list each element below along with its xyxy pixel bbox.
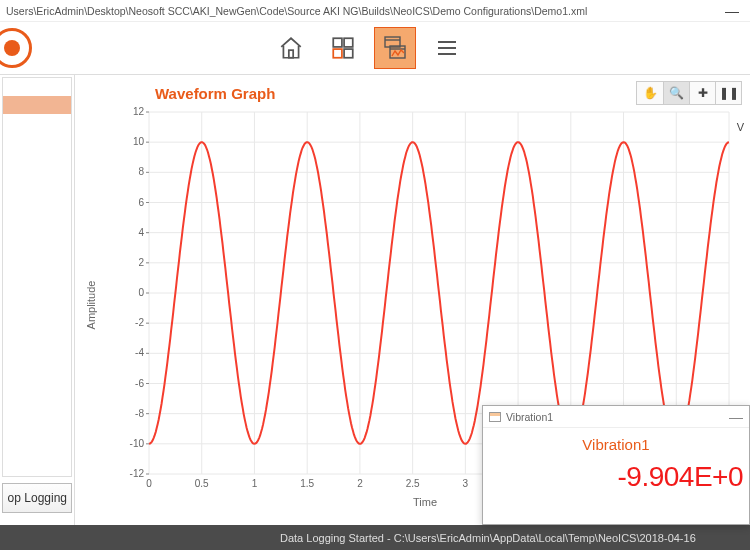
crosshair-tool-button[interactable]: ✚	[689, 82, 715, 104]
y-axis-label: Amplitude	[85, 281, 97, 330]
svg-rect-1	[333, 38, 342, 47]
main-toolbar	[0, 22, 750, 75]
status-text: Data Logging Started - C:\Users\EricAdmi…	[280, 532, 696, 544]
popup-title-text: Vibration1	[506, 411, 553, 423]
svg-text:3: 3	[463, 478, 469, 489]
popup-channel-label: Vibration1	[483, 436, 749, 453]
svg-text:-4: -4	[135, 347, 144, 358]
magnifier-icon: 🔍	[669, 86, 684, 100]
pause-tool-button[interactable]: ❚❚	[715, 82, 741, 104]
svg-text:0: 0	[138, 287, 144, 298]
chart-windows-icon	[381, 34, 409, 62]
window-title: Users\EricAdmin\Desktop\Neosoft SCC\AKI_…	[6, 5, 714, 17]
window-titlebar: Users\EricAdmin\Desktop\Neosoft SCC\AKI_…	[0, 0, 750, 22]
svg-text:0: 0	[146, 478, 152, 489]
window-minimize-button[interactable]: —	[714, 3, 750, 19]
svg-rect-2	[344, 38, 353, 47]
nav-group	[270, 27, 468, 69]
svg-text:0.5: 0.5	[195, 478, 209, 489]
svg-text:-12: -12	[130, 468, 145, 479]
popup-value: -9.904E+0	[483, 453, 749, 493]
nav-grid-button[interactable]	[322, 27, 364, 69]
record-icon	[4, 40, 20, 56]
svg-text:2: 2	[357, 478, 363, 489]
svg-rect-0	[289, 50, 293, 58]
hamburger-icon	[435, 36, 459, 60]
x-axis-label: Time	[413, 496, 437, 508]
svg-text:-8: -8	[135, 408, 144, 419]
pause-icon: ❚❚	[719, 86, 739, 100]
svg-text:-10: -10	[130, 438, 145, 449]
stop-logging-button[interactable]: op Logging	[2, 483, 72, 513]
home-icon	[278, 35, 304, 61]
crosshair-icon: ✚	[698, 86, 708, 100]
svg-rect-3	[333, 49, 342, 58]
svg-text:1.5: 1.5	[300, 478, 314, 489]
svg-text:6: 6	[138, 197, 144, 208]
hand-icon: ✋	[643, 86, 658, 100]
vibration-popup[interactable]: Vibration1 — Vibration1 -9.904E+0	[482, 405, 750, 525]
nav-menu-button[interactable]	[426, 27, 468, 69]
nav-home-button[interactable]	[270, 27, 312, 69]
list-item[interactable]	[3, 96, 71, 114]
svg-text:-6: -6	[135, 378, 144, 389]
zoom-tool-button[interactable]: 🔍	[663, 82, 689, 104]
sidebar: op Logging	[0, 75, 75, 525]
chart-legend-marker: V	[737, 121, 744, 133]
svg-text:2: 2	[138, 257, 144, 268]
svg-text:8: 8	[138, 166, 144, 177]
list-item[interactable]	[3, 78, 71, 96]
pan-tool-button[interactable]: ✋	[637, 82, 663, 104]
svg-text:2.5: 2.5	[406, 478, 420, 489]
popup-minimize-button[interactable]: —	[729, 409, 743, 425]
popup-titlebar[interactable]: Vibration1 —	[483, 406, 749, 428]
nav-chart-button[interactable]	[374, 27, 416, 69]
status-bar: Data Logging Started - C:\Users\EricAdmi…	[0, 525, 750, 550]
svg-rect-4	[344, 49, 353, 58]
grid-icon	[330, 35, 356, 61]
chart-toolbar: ✋ 🔍 ✚ ❚❚	[636, 81, 742, 105]
svg-text:12: 12	[133, 106, 145, 117]
svg-text:1: 1	[252, 478, 258, 489]
svg-text:10: 10	[133, 136, 145, 147]
record-button[interactable]	[0, 28, 32, 68]
sidebar-list[interactable]	[2, 77, 72, 477]
svg-text:4: 4	[138, 227, 144, 238]
svg-text:-2: -2	[135, 317, 144, 328]
window-icon	[489, 412, 501, 422]
